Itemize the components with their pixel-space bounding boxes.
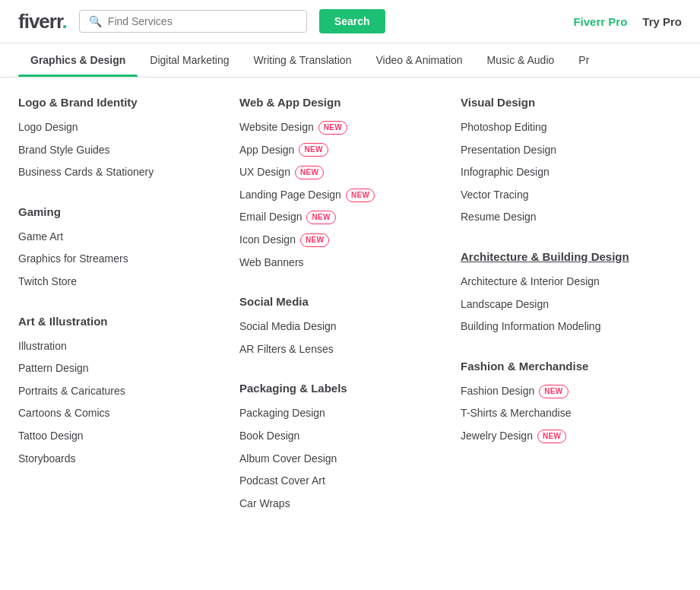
new-badge: NEW	[539, 385, 568, 398]
list-item[interactable]: Portraits & Caricatures	[18, 380, 221, 403]
section-title-1-2: Packaging & Labels	[239, 382, 442, 395]
list-item[interactable]: Landing Page DesignNEW	[239, 184, 442, 207]
new-badge: NEW	[299, 143, 328, 157]
logo-text: fiverr	[18, 10, 62, 33]
tab-graphics-design[interactable]: Graphics & Design	[18, 43, 138, 77]
list-item[interactable]: Album Cover Design	[239, 448, 442, 471]
list-item[interactable]: Icon DesignNEW	[239, 229, 442, 252]
menu-item-label: Jewelry Design	[461, 429, 533, 444]
list-item[interactable]: Illustration	[18, 335, 221, 358]
section-2-1: Architecture & Building DesignArchitectu…	[461, 250, 664, 338]
menu-item-label: Car Wraps	[239, 496, 290, 512]
list-item[interactable]: Business Cards & Stationery	[18, 161, 221, 184]
list-item[interactable]: UX DesignNEW	[239, 161, 442, 184]
list-item[interactable]: Book Design	[239, 425, 442, 448]
logo-dot: .	[62, 10, 67, 33]
list-item[interactable]: Logo Design	[18, 116, 221, 139]
list-item[interactable]: Brand Style Guides	[18, 139, 221, 162]
search-input[interactable]	[108, 15, 297, 27]
menu-item-label: T-Shirts & Merchandise	[461, 406, 572, 421]
list-item[interactable]: Web Banners	[239, 252, 442, 274]
section-0-1: GamingGame ArtGraphics for StreamersTwit…	[18, 205, 221, 293]
section-title-1-0: Web & App Design	[239, 96, 442, 109]
new-badge: NEW	[306, 211, 335, 224]
list-item[interactable]: Website DesignNEW	[239, 116, 442, 139]
menu-item-label: Infographic Design	[461, 165, 550, 180]
list-item[interactable]: Cartoons & Comics	[18, 402, 221, 425]
list-item[interactable]: Resume Design	[461, 206, 664, 229]
list-item[interactable]: Fashion DesignNEW	[461, 380, 664, 403]
menu-item-label: Vector Tracing	[461, 188, 529, 203]
column-0: Logo & Brand IdentityLogo DesignBrand St…	[18, 96, 239, 536]
section-title-2-0: Visual Design	[461, 96, 664, 109]
menu-item-label: App Design	[239, 143, 294, 158]
list-item[interactable]: Storyboards	[18, 448, 221, 471]
tab-music-audio[interactable]: Music & Audio	[475, 43, 567, 77]
section-title-1-1: Social Media	[239, 295, 442, 308]
menu-item-label: Logo Design	[18, 120, 78, 135]
list-item[interactable]: Tattoo Design	[18, 425, 221, 448]
list-item[interactable]: Building Information Modeling	[461, 316, 664, 338]
list-item[interactable]: Email DesignNEW	[239, 206, 442, 229]
list-item[interactable]: Packaging Design	[239, 402, 442, 425]
tab-digital-marketing[interactable]: Digital Marketing	[138, 43, 241, 77]
section-2-2: Fashion & MerchandiseFashion DesignNEWT-…	[461, 360, 664, 448]
list-item[interactable]: App DesignNEW	[239, 139, 442, 162]
main-content: Logo & Brand IdentityLogo DesignBrand St…	[0, 78, 700, 536]
section-title-2-2: Fashion & Merchandise	[461, 360, 664, 373]
menu-item-label: Book Design	[239, 429, 299, 444]
menu-item-label: Web Banners	[239, 255, 304, 271]
menu-item-label: Social Media Design	[239, 319, 337, 335]
menu-item-label: Portraits & Caricatures	[18, 384, 125, 399]
list-item[interactable]: Graphics for Streamers	[18, 248, 221, 271]
fiverr-pro-link[interactable]: Fiverr Pro	[573, 15, 627, 28]
new-badge: NEW	[295, 166, 324, 179]
menu-item-label: Packaging Design	[239, 406, 325, 421]
menu-item-label: Brand Style Guides	[18, 143, 110, 158]
list-item[interactable]: Landscape Design	[461, 293, 664, 316]
menu-item-label: Tattoo Design	[18, 429, 84, 444]
list-item[interactable]: T-Shirts & Merchandise	[461, 402, 664, 425]
column-2: Visual DesignPhotoshop EditingPresentati…	[461, 96, 682, 536]
menu-item-label: Game Art	[18, 230, 63, 245]
list-item[interactable]: Presentation Design	[461, 139, 664, 162]
section-title-0-2: Art & Illustration	[18, 315, 221, 328]
tab-writing-translation[interactable]: Writing & Translation	[242, 43, 364, 77]
search-button[interactable]: Search	[319, 9, 385, 33]
menu-item-label: Storyboards	[18, 452, 75, 467]
section-title-2-1[interactable]: Architecture & Building Design	[461, 250, 664, 263]
menu-item-label: Resume Design	[461, 210, 537, 225]
list-item[interactable]: Infographic Design	[461, 161, 664, 184]
section-1-0: Web & App DesignWebsite DesignNEWApp Des…	[239, 96, 442, 274]
list-item[interactable]: Podcast Cover Art	[239, 470, 442, 493]
section-0-2: Art & IllustrationIllustrationPattern De…	[18, 315, 221, 471]
new-badge: NEW	[318, 121, 347, 135]
logo[interactable]: fiverr.	[18, 10, 67, 33]
list-item[interactable]: Twitch Store	[18, 271, 221, 293]
list-item[interactable]: Car Wraps	[239, 493, 442, 515]
menu-item-label: Business Cards & Stationery	[18, 165, 154, 180]
menu-item-label: Architecture & Interior Design	[461, 274, 600, 290]
section-0-0: Logo & Brand IdentityLogo DesignBrand St…	[18, 96, 221, 184]
menu-item-label: Presentation Design	[461, 143, 556, 158]
list-item[interactable]: AR Filters & Lenses	[239, 338, 442, 361]
list-item[interactable]: Game Art	[18, 226, 221, 249]
header-right: Fiverr Pro Try Pro	[573, 15, 682, 28]
list-item[interactable]: Architecture & Interior Design	[461, 271, 664, 293]
section-title-0-0: Logo & Brand Identity	[18, 96, 221, 109]
list-item[interactable]: Social Media Design	[239, 316, 442, 338]
menu-item-label: Twitch Store	[18, 274, 77, 290]
section-title-0-1: Gaming	[18, 205, 221, 218]
try-pro-link[interactable]: Try Pro	[642, 15, 682, 28]
tab-more[interactable]: Pr	[566, 43, 601, 77]
menu-item-label: Email Design	[239, 210, 302, 225]
list-item[interactable]: Pattern Design	[18, 357, 221, 380]
list-item[interactable]: Jewelry DesignNEW	[461, 425, 664, 448]
menu-item-label: AR Filters & Lenses	[239, 342, 334, 357]
menu-item-label: Website Design	[239, 120, 314, 135]
tab-video-animation[interactable]: Video & Animation	[363, 43, 474, 77]
list-item[interactable]: Vector Tracing	[461, 184, 664, 207]
search-bar: 🔍	[79, 10, 307, 33]
list-item[interactable]: Photoshop Editing	[461, 116, 664, 139]
menu-item-label: Fashion Design	[461, 384, 534, 399]
